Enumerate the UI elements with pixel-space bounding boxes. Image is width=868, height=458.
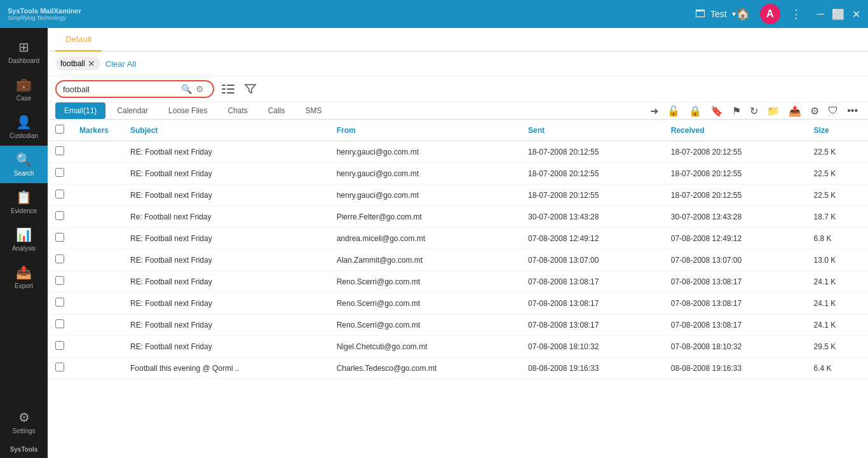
close-button[interactable]: ✕ bbox=[852, 8, 860, 20]
row-markers bbox=[72, 163, 123, 184]
row-received: 08-08-2008 19:16:33 bbox=[663, 357, 806, 379]
column-config-icon[interactable]: ⚙ bbox=[808, 104, 822, 118]
sidebar-label-dashboard: Dashboard bbox=[8, 57, 39, 64]
bookmark-icon[interactable]: 🔖 bbox=[708, 104, 726, 118]
row-from: henry.gauci@go.com.mt bbox=[329, 184, 520, 206]
column-settings-icon[interactable] bbox=[219, 81, 237, 97]
sidebar: ⊞ Dashboard 💼 Case 👤 Custodian 🔍 Search … bbox=[0, 28, 48, 458]
header-subject[interactable]: Subject bbox=[123, 120, 329, 141]
sidebar-item-search[interactable]: 🔍 Search bbox=[0, 146, 48, 183]
row-subject[interactable]: RE: Football next Friday bbox=[123, 163, 329, 184]
filter-action-icons: ➜ 🔓 🔒 🔖 ⚑ ↻ 📁 📤 ⚙ 🛡 ••• bbox=[648, 104, 860, 118]
filter-tab-chats[interactable]: Chats bbox=[219, 102, 256, 119]
row-checkbox[interactable] bbox=[48, 163, 72, 184]
search-tag-text: football bbox=[60, 59, 85, 68]
sidebar-item-settings[interactable]: ⚙ Settings bbox=[0, 403, 48, 441]
search-tag-close[interactable]: ✕ bbox=[88, 59, 95, 69]
row-size: 22.5 K bbox=[806, 163, 868, 184]
clear-all-button[interactable]: Clear All bbox=[105, 59, 136, 69]
filter-tab-email[interactable]: Email(11) bbox=[55, 102, 105, 119]
tab-default[interactable]: Default bbox=[55, 28, 102, 52]
row-markers bbox=[72, 293, 123, 314]
row-from: Reno.Scerri@go.com.mt bbox=[329, 271, 520, 293]
search-submit-icon[interactable]: 🔍 bbox=[181, 84, 192, 94]
lock-icon[interactable]: 🔒 bbox=[686, 104, 704, 118]
filter-tab-calls[interactable]: Calls bbox=[259, 102, 294, 119]
header-sent[interactable]: Sent bbox=[520, 120, 663, 141]
row-subject[interactable]: RE: Football next Friday bbox=[123, 141, 329, 163]
row-from: andrea.miceli@go.com.mt bbox=[329, 228, 520, 249]
row-subject[interactable]: Re: Football next Friday bbox=[123, 206, 329, 228]
maximize-button[interactable]: ⬜ bbox=[832, 8, 844, 20]
row-subject[interactable]: RE: Football next Friday bbox=[123, 314, 329, 336]
row-checkbox[interactable] bbox=[48, 141, 72, 163]
row-checkbox[interactable] bbox=[48, 293, 72, 314]
folder-icon[interactable]: 📁 bbox=[764, 104, 782, 118]
row-checkbox[interactable] bbox=[48, 184, 72, 206]
header-received[interactable]: Received bbox=[663, 120, 806, 141]
row-from: Alan.Zammit@go.com.mt bbox=[329, 249, 520, 271]
row-subject[interactable]: RE: Football next Friday bbox=[123, 184, 329, 206]
table-header: Markers Subject From Sent Received Size bbox=[48, 120, 868, 141]
row-checkbox[interactable] bbox=[48, 336, 72, 357]
row-checkbox[interactable] bbox=[48, 271, 72, 293]
sidebar-label-custodian: Custodian bbox=[10, 132, 38, 139]
forward-icon[interactable]: ➜ bbox=[648, 104, 661, 118]
table-row: Football this evening @ Qormi .. Charles… bbox=[48, 357, 868, 379]
row-checkbox[interactable] bbox=[48, 357, 72, 379]
export-icon[interactable]: 📤 bbox=[786, 104, 804, 118]
row-checkbox[interactable] bbox=[48, 314, 72, 336]
shield-icon[interactable]: 🛡 bbox=[825, 104, 841, 118]
table-row: RE: Football next Friday henry.gauci@go.… bbox=[48, 141, 868, 163]
sidebar-item-analysis[interactable]: 📊 Analysis bbox=[0, 221, 48, 258]
row-markers bbox=[72, 357, 123, 379]
more-options-icon[interactable]: ••• bbox=[844, 104, 860, 118]
sidebar-item-export[interactable]: 📤 Export bbox=[0, 258, 48, 296]
sidebar-item-evidence[interactable]: 📋 Evidence bbox=[0, 183, 48, 221]
row-subject[interactable]: RE: Football next Friday bbox=[123, 271, 329, 293]
avatar[interactable]: A bbox=[760, 4, 780, 24]
filter-tab-sms[interactable]: SMS bbox=[296, 102, 330, 119]
row-received: 18-07-2008 20:12:55 bbox=[663, 184, 806, 206]
row-checkbox[interactable] bbox=[48, 228, 72, 249]
filter-tab-calendar[interactable]: Calendar bbox=[108, 102, 157, 119]
select-all-checkbox[interactable] bbox=[55, 125, 64, 134]
filter-tab-loose-files[interactable]: Loose Files bbox=[159, 102, 216, 119]
sidebar-item-dashboard[interactable]: ⊞ Dashboard bbox=[0, 33, 48, 71]
row-markers bbox=[72, 228, 123, 249]
row-subject[interactable]: Football this evening @ Qormi .. bbox=[123, 357, 329, 379]
row-from: Nigel.Chetcuti@go.com.mt bbox=[329, 336, 520, 357]
minimize-button[interactable]: ─ bbox=[817, 8, 824, 20]
header-size[interactable]: Size bbox=[806, 120, 868, 141]
row-subject[interactable]: RE: Football next Friday bbox=[123, 293, 329, 314]
row-received: 07-08-2008 13:08:17 bbox=[663, 314, 806, 336]
more-icon[interactable]: ⋮ bbox=[790, 7, 802, 21]
refresh-icon[interactable]: ↻ bbox=[747, 104, 761, 118]
row-size: 6.4 K bbox=[806, 357, 868, 379]
row-from: henry.gauci@go.com.mt bbox=[329, 141, 520, 163]
filter-icon[interactable] bbox=[242, 81, 259, 97]
row-checkbox[interactable] bbox=[48, 206, 72, 228]
sidebar-bottom-logo: SysTools bbox=[8, 441, 41, 458]
row-received: 18-07-2008 20:12:55 bbox=[663, 163, 806, 184]
home-icon[interactable]: 🏠 bbox=[736, 7, 750, 21]
sidebar-item-case[interactable]: 💼 Case bbox=[0, 71, 48, 108]
row-subject[interactable]: RE: Football next Friday bbox=[123, 336, 329, 357]
row-received: 07-08-2008 18:10:32 bbox=[663, 336, 806, 357]
row-sent: 07-08-2008 12:49:12 bbox=[520, 228, 663, 249]
flag-icon[interactable]: ⚑ bbox=[729, 104, 743, 118]
row-markers bbox=[72, 336, 123, 357]
search-input[interactable] bbox=[63, 85, 177, 94]
search-settings-icon[interactable]: ⚙ bbox=[196, 84, 204, 94]
analysis-icon: 📊 bbox=[16, 227, 32, 242]
sidebar-item-custodian[interactable]: 👤 Custodian bbox=[0, 108, 48, 146]
row-subject[interactable]: RE: Football next Friday bbox=[123, 228, 329, 249]
row-checkbox[interactable] bbox=[48, 249, 72, 271]
lock-open-icon[interactable]: 🔓 bbox=[665, 104, 682, 118]
filter-tabs-row: Email(11) Calendar Loose Files Chats Cal… bbox=[48, 102, 868, 120]
row-markers bbox=[72, 271, 123, 293]
row-subject[interactable]: RE: Football next Friday bbox=[123, 249, 329, 271]
header-markers[interactable]: Markers bbox=[72, 120, 123, 141]
row-received: 07-08-2008 12:49:12 bbox=[663, 228, 806, 249]
header-from[interactable]: From bbox=[329, 120, 520, 141]
